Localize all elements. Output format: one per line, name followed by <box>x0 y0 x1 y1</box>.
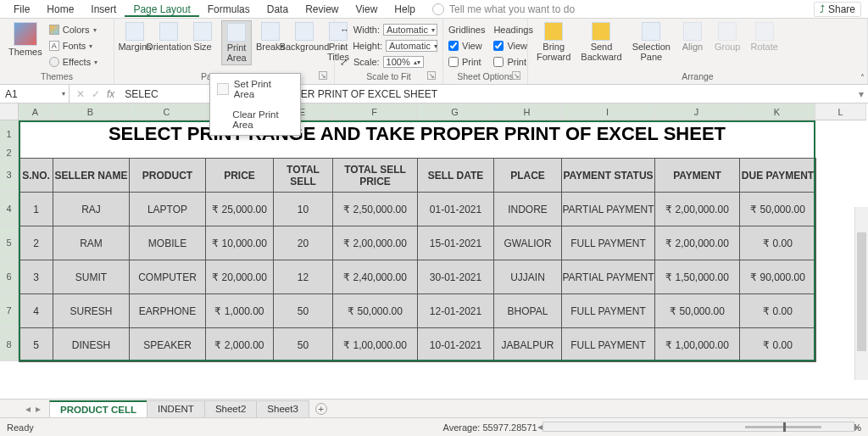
table-cell[interactable]: ₹ 20,000.00 <box>206 260 274 294</box>
table-cell[interactable]: EARPHONE <box>130 294 206 328</box>
size-button[interactable]: Size <box>187 20 218 53</box>
table-cell[interactable]: 5 <box>19 328 53 362</box>
fx-icon[interactable]: fx <box>107 88 114 100</box>
share-button[interactable]: ⤴ Share <box>814 2 861 17</box>
menu-page-layout[interactable]: Page Layout <box>125 2 198 17</box>
select-all-button[interactable] <box>0 103 19 120</box>
table-cell[interactable]: ₹ 50,000.00 <box>655 294 740 328</box>
scale-launcher-icon[interactable]: ↘ <box>427 71 436 80</box>
background-button[interactable]: Background <box>289 20 320 53</box>
table-cell[interactable]: 10 <box>274 193 333 226</box>
width-combo[interactable]: ↔Width:Automatic▾ <box>340 22 437 37</box>
themes-button[interactable]: Themes <box>5 20 46 59</box>
col-header-G[interactable]: G <box>417 103 493 120</box>
table-cell[interactable]: LAPTOP <box>130 193 206 226</box>
table-cell[interactable]: ₹ 2,00,000.00 <box>655 226 740 260</box>
table-header-cell[interactable]: PAYMENT <box>655 159 740 193</box>
send-backward-button[interactable]: Send Backward <box>577 20 625 64</box>
title-merged-cell[interactable]: SELECT PRINT RANGE AND TAKE PROPER PRINT… <box>19 120 815 148</box>
table-cell[interactable]: SURESH <box>53 294 130 328</box>
menu-formulas[interactable]: Formulas <box>199 2 259 17</box>
col-header-I[interactable]: I <box>561 103 654 120</box>
sheet-tab[interactable]: INDENT <box>147 400 205 417</box>
table-cell[interactable]: PARTIAL PAYMENT <box>562 193 655 226</box>
scale-combo[interactable]: ⤢Scale:100%▴▾ <box>340 54 437 70</box>
col-header-K[interactable]: K <box>739 103 815 120</box>
table-cell[interactable]: 12 <box>274 260 333 294</box>
col-header-B[interactable]: B <box>53 103 129 120</box>
table-cell[interactable]: 3 <box>19 260 53 294</box>
table-cell[interactable]: 4 <box>19 294 53 328</box>
table-cell[interactable]: DINESH <box>53 328 130 362</box>
table-cell[interactable]: INDORE <box>494 193 562 226</box>
table-cell[interactable]: RAJ <box>53 193 130 226</box>
menu-insert[interactable]: Insert <box>82 2 125 17</box>
table-cell[interactable]: ₹ 0.00 <box>740 226 816 260</box>
table-cell[interactable]: 30-01-2021 <box>418 260 494 294</box>
table-cell[interactable]: 15-01-2021 <box>418 226 494 260</box>
table-cell[interactable]: 50 <box>274 328 333 362</box>
effects-button[interactable]: Effects ▾ <box>49 54 97 70</box>
table-cell[interactable]: 10-01-2021 <box>418 328 494 362</box>
table-cell[interactable]: ₹ 1,00,000.00 <box>655 328 740 362</box>
table-cell[interactable]: 01-01-2021 <box>418 193 494 226</box>
col-header-H[interactable]: H <box>493 103 561 120</box>
menu-data[interactable]: Data <box>259 2 297 17</box>
headings-view-check[interactable]: View <box>493 38 532 53</box>
zoom-thumb[interactable] <box>783 422 786 432</box>
sheet-tab[interactable]: Sheet3 <box>256 400 309 417</box>
row-header-3[interactable]: 3 <box>0 158 19 192</box>
collapse-ribbon-icon[interactable]: ˄ <box>860 73 865 82</box>
table-cell[interactable]: ₹ 2,00,000.00 <box>655 193 740 226</box>
table-cell[interactable]: ₹ 1,50,000.00 <box>655 260 740 294</box>
table-cell[interactable]: ₹ 1,000.00 <box>206 294 274 328</box>
table-header-cell[interactable]: PAYMENT STATUS <box>562 159 655 193</box>
align-button[interactable]: Align <box>677 20 708 53</box>
table-cell[interactable]: ₹ 25,000.00 <box>206 193 274 226</box>
table-cell[interactable]: ₹ 1,00,000.00 <box>333 328 418 362</box>
table-cell[interactable]: BHOPAL <box>494 294 562 328</box>
name-box[interactable]: A1▾ <box>0 85 70 103</box>
row-header-2[interactable]: 2 <box>0 148 19 158</box>
sheet-tab[interactable]: PRODUCT CELL <box>49 400 147 417</box>
page-setup-launcher-icon[interactable]: ↘ <box>319 71 327 80</box>
table-cell[interactable]: PARTIAL PAYMENT <box>562 260 655 294</box>
table-cell[interactable]: ₹ 50,000.00 <box>333 294 418 328</box>
sheet-tab[interactable]: Sheet2 <box>204 400 257 417</box>
orientation-button[interactable]: Orientation <box>153 20 184 53</box>
enter-icon[interactable]: ✓ <box>92 88 100 100</box>
row-header-8[interactable]: 8 <box>0 327 19 361</box>
menu-file[interactable]: File <box>5 2 38 17</box>
table-header-cell[interactable]: SELL DATE <box>418 159 494 193</box>
gridlines-print-check[interactable]: Print <box>448 54 485 70</box>
tab-nav-next-icon[interactable]: ▸ <box>36 403 41 415</box>
table-cell[interactable]: ₹ 2,00,000.00 <box>333 226 418 260</box>
table-cell[interactable]: 1 <box>19 193 53 226</box>
table-cell[interactable]: ₹ 2,000.00 <box>206 328 274 362</box>
table-cell[interactable]: 12-01-2021 <box>418 294 494 328</box>
table-cell[interactable]: ₹ 0.00 <box>740 294 816 328</box>
table-header-cell[interactable]: PRODUCT <box>130 159 206 193</box>
tell-me-search[interactable]: Tell me what you want to do <box>432 3 575 15</box>
expand-formula-bar-icon[interactable]: ▾ <box>854 88 868 100</box>
col-header-F[interactable]: F <box>332 103 417 120</box>
table-header-cell[interactable]: DUE PAYMENT <box>740 159 816 193</box>
gridlines-view-check[interactable]: View <box>448 38 485 53</box>
row-header-6[interactable]: 6 <box>0 260 19 293</box>
table-cell[interactable]: UJJAIN <box>494 260 562 294</box>
table-cell[interactable]: ₹ 2,50,000.00 <box>333 193 418 226</box>
table-cell[interactable]: FULL PAYMENT <box>562 328 655 362</box>
set-print-area-item[interactable]: Set Print Area <box>210 74 300 104</box>
cancel-icon[interactable]: ✕ <box>76 88 85 100</box>
table-cell[interactable]: JABALPUR <box>494 328 562 362</box>
table-cell[interactable]: COMPUTER <box>130 260 206 294</box>
col-header-L[interactable]: L <box>815 103 866 120</box>
table-header-cell[interactable]: SELLER NAME <box>53 159 130 193</box>
table-cell[interactable]: SPEAKER <box>130 328 206 362</box>
table-cell[interactable]: ₹ 90,000.00 <box>740 260 816 294</box>
height-combo[interactable]: ↕Height:Automatic▾ <box>340 38 437 53</box>
menu-view[interactable]: View <box>348 2 387 17</box>
vertical-scrollbar[interactable] <box>854 207 868 380</box>
table-cell[interactable]: 2 <box>19 226 53 260</box>
table-cell[interactable]: GWALIOR <box>494 226 562 260</box>
